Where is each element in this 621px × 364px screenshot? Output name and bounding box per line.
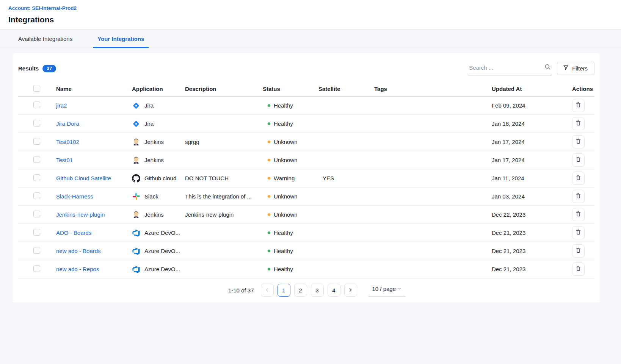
cell-updated-at: Jan 17, 2024 xyxy=(492,157,572,163)
tab-available-integrations[interactable]: Available Integrations xyxy=(14,30,77,48)
integration-name-link[interactable]: Test01 xyxy=(56,157,73,163)
column-header-name: Name xyxy=(56,86,132,92)
jenkins-icon xyxy=(132,156,140,164)
pagination-next-button[interactable] xyxy=(344,284,357,297)
cell-name: Github Cloud Satellite xyxy=(56,175,132,181)
table-row: jira2JiraHealthyFeb 09, 2024 xyxy=(18,97,594,115)
page-size-select[interactable]: 10 / page xyxy=(369,283,406,297)
chevron-right-icon xyxy=(348,287,353,294)
filters-button-label: Filters xyxy=(572,65,588,72)
cell-status: Warning xyxy=(263,175,318,181)
cell-description: sgrgg xyxy=(185,139,263,145)
status-dot xyxy=(268,195,270,198)
status-label: Unknown xyxy=(274,193,298,200)
table-row: Github Cloud SatelliteGithub cloudDO NOT… xyxy=(18,169,594,187)
integration-name-link[interactable]: new ado - Repos xyxy=(56,266,99,272)
row-checkbox[interactable] xyxy=(33,138,40,145)
row-checkbox[interactable] xyxy=(33,120,40,127)
cell-actions xyxy=(572,153,594,167)
tab-your-integrations[interactable]: Your Integrations xyxy=(93,30,149,48)
row-checkbox[interactable] xyxy=(33,174,40,181)
cell-status: Healthy xyxy=(263,230,318,236)
status-dot xyxy=(268,122,270,125)
delete-button[interactable] xyxy=(572,117,585,130)
status-label: Unknown xyxy=(274,211,298,218)
row-checkbox[interactable] xyxy=(33,247,40,254)
filter-funnel-icon xyxy=(563,65,569,72)
delete-button[interactable] xyxy=(572,244,585,258)
pagination-prev-button[interactable] xyxy=(261,284,274,297)
cell-description: DO NOT TOUCH xyxy=(185,175,263,181)
cell-application: Jenkins xyxy=(132,211,185,219)
cell-status: Healthy xyxy=(263,248,318,254)
cell-actions xyxy=(572,208,594,221)
trash-icon xyxy=(576,138,581,145)
integration-name-link[interactable]: Github Cloud Satellite xyxy=(56,175,111,181)
row-checkbox[interactable] xyxy=(33,102,40,108)
status-dot xyxy=(268,177,270,180)
pagination-page-3[interactable]: 3 xyxy=(311,284,324,297)
table-row: new ado - BoardsAzure DevO...HealthyDec … xyxy=(18,242,594,260)
azure-devops-icon xyxy=(132,265,140,273)
integration-name-link[interactable]: Jenkins-new-plugin xyxy=(56,211,105,218)
delete-button[interactable] xyxy=(572,153,585,167)
application-label: Jenkins xyxy=(144,211,164,218)
cell-description: This is the integration of ... xyxy=(185,193,263,200)
chevron-down-icon xyxy=(397,286,402,292)
delete-button[interactable] xyxy=(572,208,585,221)
row-checkbox[interactable] xyxy=(33,156,40,163)
cell-updated-at: Jan 17, 2024 xyxy=(492,139,572,145)
cell-updated-at: Jan 18, 2024 xyxy=(492,120,572,127)
delete-button[interactable] xyxy=(572,226,585,239)
table-toolbar: Results 37 Filters xyxy=(18,59,594,77)
row-checkbox-cell xyxy=(18,120,56,128)
cell-name: ADO - Boards xyxy=(56,230,132,236)
delete-button[interactable] xyxy=(572,172,585,185)
integration-name-link[interactable]: Test0102 xyxy=(56,139,79,145)
column-header-actions: Actions xyxy=(572,86,594,92)
column-header-tags: Tags xyxy=(374,86,492,92)
integration-name-link[interactable]: ADO - Boards xyxy=(56,230,91,236)
status-dot xyxy=(268,268,270,270)
pagination-range-label: 1-10 of 37 xyxy=(228,287,254,294)
pagination-page-2[interactable]: 2 xyxy=(294,284,307,297)
delete-button[interactable] xyxy=(572,262,585,276)
pagination-page-4[interactable]: 4 xyxy=(328,284,340,297)
row-checkbox[interactable] xyxy=(33,265,40,272)
trash-icon xyxy=(576,266,581,273)
integration-name-link[interactable]: Slack-Harness xyxy=(56,193,93,200)
delete-button[interactable] xyxy=(572,99,585,112)
row-checkbox[interactable] xyxy=(33,211,40,217)
pagination-page-1[interactable]: 1 xyxy=(278,284,290,297)
cell-actions xyxy=(572,226,594,239)
integration-name-link[interactable]: jira2 xyxy=(56,102,67,109)
row-checkbox[interactable] xyxy=(33,192,40,199)
trash-icon xyxy=(576,120,581,127)
cell-name: Test01 xyxy=(56,157,132,163)
jira-icon xyxy=(132,120,140,128)
table-row: ADO - BoardsAzure DevO...HealthyDec 21, … xyxy=(18,224,594,242)
search-input[interactable] xyxy=(469,64,544,71)
trash-icon xyxy=(576,175,581,182)
slack-icon xyxy=(132,192,140,201)
cell-application: Jira xyxy=(132,120,185,128)
table-row: Test0102JenkinssgrggUnknownJan 17, 2024 xyxy=(18,133,594,151)
cell-actions xyxy=(572,244,594,258)
integration-name-link[interactable]: Jira Dora xyxy=(56,120,79,127)
cell-actions xyxy=(572,117,594,130)
cell-status: Healthy xyxy=(263,120,318,127)
select-all-checkbox[interactable] xyxy=(33,85,40,92)
results-label: Results xyxy=(18,65,39,72)
github-icon xyxy=(132,174,140,183)
delete-button[interactable] xyxy=(572,135,585,148)
integrations-card: Results 37 Filters NameApplicationDescri… xyxy=(13,53,600,302)
cell-updated-at: Dec 21, 2023 xyxy=(492,230,572,236)
status-dot xyxy=(268,250,270,252)
integration-name-link[interactable]: new ado - Boards xyxy=(56,248,101,254)
row-checkbox[interactable] xyxy=(33,229,40,236)
delete-button[interactable] xyxy=(572,190,585,203)
cell-application: Jenkins xyxy=(132,138,185,146)
account-link[interactable]: Account: SEI-Internal-Prod2 xyxy=(8,5,613,11)
filters-button[interactable]: Filters xyxy=(557,62,594,75)
cell-updated-at: Jan 11, 2024 xyxy=(492,175,572,181)
